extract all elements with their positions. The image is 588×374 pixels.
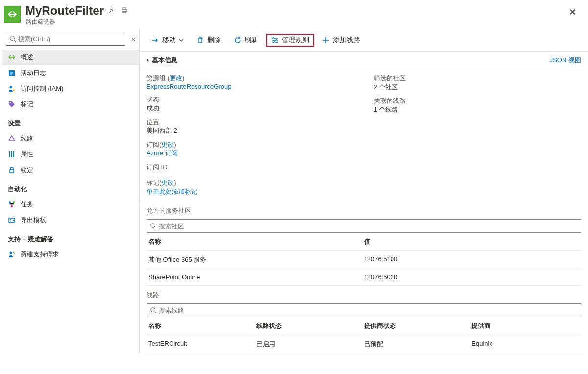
delete-button[interactable]: 删除	[192, 34, 226, 47]
table-header: 名称 线路状态 提供商状态 提供商	[147, 317, 581, 335]
cell-value: 12076:5020	[364, 274, 580, 281]
table-header: 名称 值	[147, 233, 581, 250]
col-provider: 提供商	[471, 322, 579, 330]
sidebar-item-label: 锁定	[21, 166, 33, 175]
add-circuit-button[interactable]: 添加线路	[317, 34, 365, 47]
svg-rect-9	[11, 151, 12, 157]
sidebar-item-new-support[interactable]: 新建支持请求	[2, 247, 139, 262]
col-cstatus: 线路状态	[256, 322, 364, 330]
prop-value: 成功	[147, 104, 354, 113]
change-rg-link[interactable]: 更改	[170, 75, 182, 82]
sidebar-item-iam[interactable]: 访问控制 (IAM)	[2, 81, 139, 97]
sidebar-item-overview[interactable]: 概述	[2, 50, 139, 65]
prop-label: 订阅 ID	[147, 163, 354, 172]
prop-label: 状态	[147, 95, 354, 104]
add-tags-link[interactable]: 单击此处添加标记	[147, 188, 197, 195]
delete-icon	[196, 36, 204, 44]
sidebar-item-label: 任务	[21, 200, 33, 209]
properties-icon	[8, 150, 16, 158]
manage-rules-button[interactable]: 管理规则	[266, 34, 314, 47]
nav-group-settings: 设置	[2, 112, 139, 131]
nav-group-automation: 自动化	[2, 178, 139, 197]
rg-link[interactable]: ExpressRouteResourceGroup	[147, 83, 231, 90]
circuits-search-input[interactable]	[157, 307, 578, 314]
svg-point-19	[274, 42, 275, 43]
iam-icon	[8, 85, 16, 93]
collapse-sidebar-icon[interactable]: «	[129, 33, 137, 45]
sidebar-item-label: 标记	[21, 100, 33, 109]
pin-icon[interactable]	[107, 6, 115, 16]
prop-label: 筛选的社区	[374, 74, 582, 83]
svg-point-6	[13, 89, 15, 91]
svg-rect-1	[123, 8, 126, 9]
prop-label: 订阅	[147, 141, 159, 148]
resource-icon	[4, 6, 21, 23]
chevron-down-icon	[179, 38, 184, 43]
chevron-up-icon[interactable]: ▾	[147, 58, 149, 63]
lock-icon	[8, 166, 16, 174]
refresh-button[interactable]: 刷新	[229, 34, 263, 47]
cell-value: 12076:5100	[364, 255, 580, 264]
log-icon	[8, 69, 16, 77]
sidebar-search[interactable]	[6, 32, 125, 46]
close-icon[interactable]: ✕	[563, 4, 582, 21]
svg-point-16	[10, 252, 12, 254]
sidebar-search-input[interactable]	[16, 35, 122, 43]
prop-value: 2 个社区	[374, 83, 582, 92]
prop-label: 位置	[147, 118, 354, 126]
sidebar-item-label: 属性	[21, 150, 33, 159]
sidebar-item-activity-log[interactable]: 活动日志	[2, 65, 139, 81]
svg-point-14	[11, 205, 13, 207]
page-subtitle: 路由筛选器	[26, 18, 128, 26]
communities-search-input[interactable]	[157, 223, 578, 230]
sub-link[interactable]: Azure 订阅	[147, 150, 178, 157]
prop-value: 美国西部 2	[147, 126, 354, 135]
sidebar-item-label: 线路	[21, 134, 33, 143]
svg-point-18	[276, 40, 277, 41]
cell-cstatus: 已启用	[256, 340, 364, 349]
sidebar-item-label: 访问控制 (IAM)	[21, 84, 63, 93]
change-tags-link[interactable]: 更改	[161, 179, 174, 186]
sidebar-item-tags[interactable]: 标记	[2, 97, 139, 112]
change-sub-link[interactable]: 更改	[161, 141, 174, 148]
svg-point-3	[10, 36, 15, 41]
circuits-search[interactable]	[147, 303, 581, 317]
sidebar-item-locks[interactable]: 锁定	[2, 162, 139, 178]
svg-point-12	[9, 201, 11, 203]
communities-search[interactable]	[147, 219, 581, 233]
sidebar-item-tasks[interactable]: 任务	[2, 197, 139, 212]
sidebar-item-export-template[interactable]: 导出模板	[2, 212, 139, 228]
table-row[interactable]: TestERCircuit 已启用 已预配 Equinix	[147, 335, 581, 353]
table-row[interactable]: SharePoint Online 12076:5020	[147, 269, 581, 285]
sidebar-item-label: 导出模板	[21, 216, 46, 224]
prop-label: 资源组	[147, 75, 166, 82]
svg-point-20	[151, 224, 155, 228]
cell-name: TestERCircuit	[148, 340, 256, 349]
cell-provider: Equinix	[471, 340, 579, 349]
circuit-icon	[8, 135, 16, 143]
table-row[interactable]: 其他 Office 365 服务 12076:5100	[147, 250, 581, 269]
col-pstatus: 提供商状态	[364, 322, 472, 330]
search-icon	[9, 35, 16, 42]
svg-rect-11	[10, 170, 14, 173]
sidebar-item-circuits[interactable]: 线路	[2, 131, 139, 147]
move-icon	[151, 36, 159, 44]
tags-label: 标记	[147, 179, 159, 186]
sidebar-item-properties[interactable]: 属性	[2, 147, 139, 162]
export-icon	[8, 216, 16, 224]
col-name: 名称	[148, 322, 256, 330]
tasks-icon	[8, 200, 16, 208]
search-icon	[150, 307, 157, 314]
cell-pstatus: 已预配	[364, 340, 472, 349]
prop-value: 1 个线路	[374, 105, 582, 114]
svg-point-7	[10, 102, 11, 103]
print-icon[interactable]	[121, 6, 128, 16]
svg-point-17	[273, 38, 274, 39]
move-button[interactable]: 移动	[147, 34, 189, 47]
support-icon	[8, 250, 16, 258]
page-title: MyRouteFilter	[25, 4, 104, 18]
json-view-link[interactable]: JSON 视图	[550, 56, 581, 65]
settings-icon	[271, 36, 279, 44]
col-name: 名称	[148, 237, 364, 246]
svg-rect-10	[13, 151, 14, 157]
